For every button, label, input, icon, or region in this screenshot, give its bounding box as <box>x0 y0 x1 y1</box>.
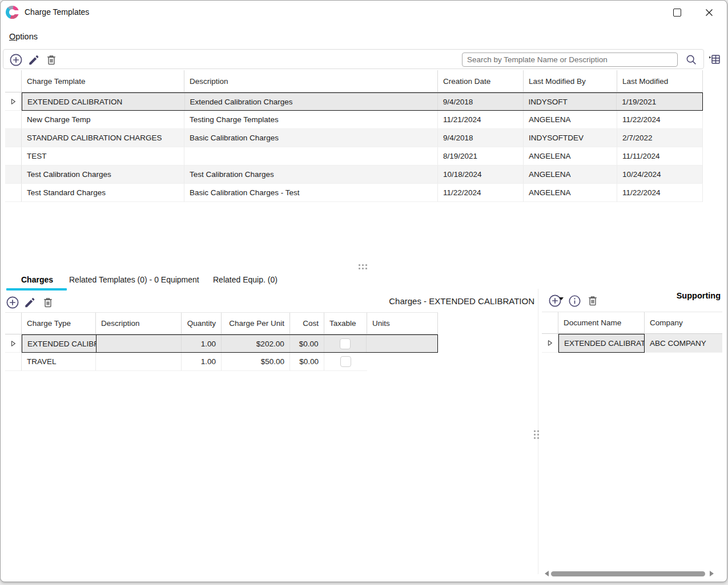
table-row[interactable]: EXTENDED CALIBRATI ABC COMPANY <box>542 334 722 353</box>
col-header-company[interactable]: Company <box>645 312 722 333</box>
col-header-description[interactable]: Description <box>184 70 438 92</box>
cell-cost[interactable]: $0.00 <box>290 335 324 352</box>
search-button[interactable] <box>684 53 699 67</box>
scroll-right-arrow[interactable] <box>710 571 714 576</box>
col-header-last-modified[interactable]: Last Modified <box>617 70 703 92</box>
cell-quantity[interactable]: 1.00 <box>182 353 222 371</box>
cell-charge-template[interactable]: EXTENDED CALIBRATION <box>22 93 185 110</box>
table-row[interactable]: EXTENDED CALIBR 1.00 $202.00 $0.00 <box>5 334 438 353</box>
tab-related-equipment[interactable]: Related Equip. (0) <box>213 275 277 284</box>
cell-creation-date[interactable]: 9/4/2018 <box>438 129 524 147</box>
cell-taxable[interactable] <box>324 353 367 371</box>
cell-quantity[interactable]: 1.00 <box>182 335 222 352</box>
col-header-cost[interactable]: Cost <box>290 313 324 334</box>
edit-pencil-icon <box>23 296 36 309</box>
cell-last-modified[interactable]: 2/7/2022 <box>617 129 703 147</box>
table-row[interactable]: TEST 8/19/2021 ANGELENA 11/11/2024 <box>5 147 703 166</box>
tab-charges[interactable]: Charges <box>21 275 53 284</box>
col-header-description[interactable]: Description <box>96 313 182 334</box>
horizontal-splitter-handle[interactable] <box>359 264 367 269</box>
cell-description[interactable] <box>96 353 182 371</box>
col-header-charge-template[interactable]: Charge Template <box>22 70 184 92</box>
cell-last-modified-by[interactable]: INDYSOFT <box>524 93 617 110</box>
cell-last-modified[interactable]: 11/22/2024 <box>617 111 703 129</box>
table-row[interactable]: TRAVEL 1.00 $50.00 $0.00 <box>5 353 438 371</box>
cell-last-modified-by[interactable]: ANGELENA <box>524 184 617 202</box>
edit-charge-button[interactable] <box>22 295 37 310</box>
cell-charge-template[interactable]: TEST <box>22 147 184 166</box>
col-header-charge-per-unit[interactable]: Charge Per Unit <box>222 313 290 334</box>
cell-charge-per-unit[interactable]: $50.00 <box>222 353 290 371</box>
cell-creation-date[interactable]: 10/18/2024 <box>438 166 524 184</box>
cell-last-modified[interactable]: 1/19/2021 <box>617 93 702 110</box>
col-header-taxable[interactable]: Taxable <box>324 313 367 334</box>
col-header-quantity[interactable]: Quantity <box>182 313 222 334</box>
maximize-button[interactable] <box>667 5 687 20</box>
table-row[interactable]: Test Calibration Charges Test Calibratio… <box>5 166 703 184</box>
documents-grid-header: Document Name Company <box>542 312 722 334</box>
cell-cost[interactable]: $0.00 <box>290 353 324 371</box>
search-input[interactable] <box>462 53 678 67</box>
cell-description[interactable]: Test Calibration Charges <box>184 166 438 184</box>
cell-document-name[interactable]: EXTENDED CALIBRATI <box>558 334 645 353</box>
delete-charge-button[interactable] <box>41 295 55 310</box>
table-row[interactable]: EXTENDED CALIBRATION Extended Calibratio… <box>5 92 703 111</box>
cell-charge-per-unit[interactable]: $202.00 <box>222 335 290 352</box>
cell-last-modified[interactable]: 10/24/2024 <box>617 166 703 184</box>
cell-taxable[interactable] <box>324 335 367 352</box>
templates-grid-header: Charge Template Description Creation Dat… <box>5 70 703 92</box>
cell-description[interactable]: Testing Charge Templates <box>184 111 438 129</box>
cell-charge-type[interactable]: TRAVEL <box>22 353 96 371</box>
cell-last-modified[interactable]: 11/11/2024 <box>617 147 703 166</box>
scroll-left-arrow[interactable] <box>545 571 549 576</box>
col-header-charge-type[interactable]: Charge Type <box>22 313 96 334</box>
table-row[interactable]: STANDARD CALIBRATION CHARGES Basic Calib… <box>5 129 703 147</box>
cell-last-modified-by[interactable]: ANGELENA <box>524 166 617 184</box>
add-template-button[interactable] <box>9 53 23 67</box>
close-button[interactable] <box>699 5 719 20</box>
horizontal-scrollbar[interactable] <box>542 569 723 578</box>
cell-description[interactable] <box>96 335 182 352</box>
cell-description[interactable]: Extended Calibration Charges <box>185 93 438 110</box>
cell-units[interactable] <box>367 353 438 371</box>
delete-template-button[interactable] <box>44 53 59 67</box>
cell-charge-template[interactable]: New Charge Temp <box>22 111 184 129</box>
col-header-document-name[interactable]: Document Name <box>558 312 645 333</box>
column-chooser-button[interactable] <box>706 52 722 67</box>
cell-description[interactable] <box>184 147 438 166</box>
cell-description[interactable]: Basic Calibration Charges - Test <box>184 184 438 202</box>
cell-charge-template[interactable]: Test Calibration Charges <box>22 166 184 184</box>
table-row[interactable]: New Charge Temp Testing Charge Templates… <box>5 111 703 129</box>
header-indicator-cell <box>5 70 22 92</box>
document-info-button[interactable] <box>567 293 582 308</box>
cell-units[interactable] <box>367 335 437 352</box>
add-charge-button[interactable] <box>5 295 20 310</box>
col-header-creation-date[interactable]: Creation Date <box>438 70 524 92</box>
table-row[interactable]: Test Standard Charges Basic Calibration … <box>5 184 703 202</box>
cell-last-modified-by[interactable]: INDYSOFTDEV <box>524 129 617 147</box>
delete-document-button[interactable] <box>585 293 600 308</box>
cell-last-modified-by[interactable]: ANGELENA <box>524 111 617 129</box>
cell-description[interactable]: Basic Calibration Charges <box>184 129 438 147</box>
menu-options[interactable]: Options <box>7 31 40 42</box>
col-header-last-modified-by[interactable]: Last Modified By <box>524 70 617 92</box>
scrollbar-thumb[interactable] <box>551 571 705 576</box>
cell-charge-type[interactable]: EXTENDED CALIBR <box>22 335 96 352</box>
vertical-splitter-handle[interactable] <box>534 430 539 439</box>
edit-template-button[interactable] <box>26 53 41 67</box>
taxable-checkbox[interactable] <box>340 338 351 349</box>
cell-creation-date[interactable]: 9/4/2018 <box>438 93 524 110</box>
col-header-units[interactable]: Units <box>367 313 438 334</box>
cell-creation-date[interactable]: 11/22/2024 <box>438 184 524 202</box>
tab-related-templates[interactable]: Related Templates (0) - 0 Equipment <box>69 275 199 284</box>
add-document-button[interactable] <box>548 293 562 308</box>
charges-grid-header: Charge Type Description Quantity Charge … <box>5 312 438 334</box>
cell-charge-template[interactable]: STANDARD CALIBRATION CHARGES <box>22 129 184 147</box>
cell-last-modified[interactable]: 11/22/2024 <box>617 184 703 202</box>
cell-company[interactable]: ABC COMPANY <box>645 334 722 353</box>
cell-creation-date[interactable]: 11/21/2024 <box>438 111 524 129</box>
taxable-checkbox[interactable] <box>340 356 351 367</box>
cell-last-modified-by[interactable]: ANGELENA <box>524 147 617 166</box>
cell-creation-date[interactable]: 8/19/2021 <box>438 147 524 166</box>
cell-charge-template[interactable]: Test Standard Charges <box>22 184 184 202</box>
